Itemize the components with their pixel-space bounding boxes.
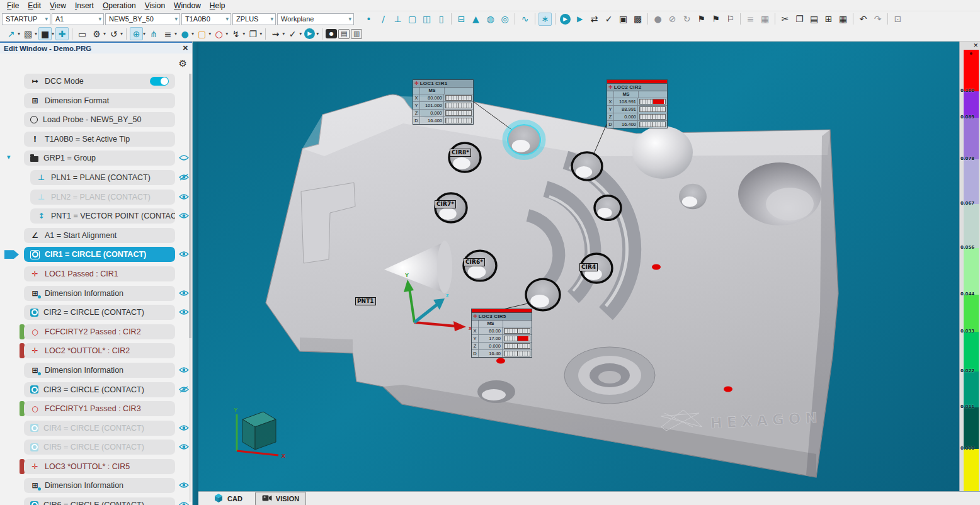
chevron-down-icon[interactable]: ▾ [191,31,194,37]
chevron-down-icon[interactable]: ▾ [299,31,302,37]
path-lines-icon[interactable]: ↯ [229,27,242,40]
loop-icon[interactable]: ⇄ [588,13,601,26]
round-slot-icon[interactable]: ◫ [420,13,433,26]
orientation-cube[interactable]: Y X [234,407,285,459]
no-stop-icon[interactable]: ⊘ [666,13,679,26]
eye-icon[interactable] [178,423,189,433]
chevron-down-icon[interactable]: ▾ [316,31,319,37]
stop-icon[interactable]: ● [651,13,664,26]
command-item[interactable]: GRP1 = Group [24,150,175,166]
doc-check-icon[interactable]: ▣ [617,13,630,26]
auto-feature-icon[interactable]: ∗ [538,13,552,26]
chevron-down-icon[interactable]: ▾ [174,31,177,37]
command-item[interactable]: !T1A0B0 = Set Active Tip [24,132,175,147]
line-icon[interactable]: / [377,13,390,26]
command-item[interactable]: CIR6 = CIRCLE (CONTACT) [24,497,175,505]
eye-icon[interactable] [178,442,189,451]
chevron-down-icon[interactable]: ▾ [225,31,228,37]
command-item[interactable]: ⊞Dimension Information [24,363,175,378]
loc3-callout[interactable]: ✛LOC3 CIR5MSX80.00Y17.00Z0.000D16.40 [471,309,532,358]
path-gear-icon[interactable]: ⇝ [269,27,282,40]
paste-special-icon[interactable]: ⊞ [822,13,835,26]
report-list-icon[interactable]: ≡ [744,13,757,26]
cylinder-icon[interactable]: ⊟ [455,13,468,26]
loc1-callout[interactable]: ✛LOC1 CIR1MSX80.000Y101.000Z0.000D16.400 [413,79,474,125]
eye-icon[interactable] [178,365,189,375]
menu-file[interactable]: File [3,1,23,11]
view-orientation-icon[interactable]: ↗ [4,27,18,40]
command-item[interactable]: CIR4 = CIRCLE (CONTACT) [24,421,175,436]
command-item[interactable]: Load Probe - NEW5_BY_50 [24,112,175,127]
eye-off-icon[interactable] [178,173,189,182]
wireframe-view-icon[interactable]: ▧ [21,27,35,40]
eye-icon[interactable] [178,500,189,505]
continue-icon[interactable]: ↻ [680,13,693,26]
execute-feature-icon[interactable]: ▶ [573,13,586,26]
command-item[interactable]: ∠A1 = Start Alignment [24,228,175,243]
eye-icon[interactable] [178,288,189,298]
menu-edit[interactable]: Edit [23,1,45,11]
torus-icon[interactable]: ◎ [498,13,511,26]
eye-icon[interactable] [178,249,189,259]
redo-icon[interactable]: ↷ [871,13,884,26]
eye-icon[interactable] [178,192,189,201]
circle-select-icon[interactable]: ○ [212,27,225,40]
cone-icon[interactable]: ▲ [469,13,482,26]
sidebar-scrollbar[interactable] [189,74,191,502]
square-slot-icon[interactable]: ▯ [435,13,448,26]
chevron-down-icon[interactable]: ▾ [18,31,20,37]
clearance-icon[interactable]: ❐ [246,27,259,40]
chevron-down-icon[interactable]: ▾ [270,16,273,22]
menu-help[interactable]: Help [205,1,230,11]
settings-gears-icon[interactable]: ⚙ [90,27,103,40]
menu-vision[interactable]: Vision [140,1,169,11]
command-item[interactable]: ○FCFCIRTY1 Passed : CIR3 [24,401,175,416]
chevron-down-icon[interactable]: ▾ [225,16,229,22]
command-item[interactable]: ↕PNT1 = VECTOR POINT (CONTAC [30,208,175,224]
chevron-down-icon[interactable]: ▾ [348,16,351,22]
workplane-label-combo[interactable]: Workplane▾ [277,13,354,25]
pan-icon[interactable]: ✚ [55,27,69,40]
box-select-icon[interactable]: ▢ [195,27,208,40]
menu-operation[interactable]: Operation [98,1,140,11]
eye-icon[interactable] [178,307,189,317]
copy-icon[interactable]: ❐ [793,13,806,26]
command-item[interactable]: CIR5 = CIRCLE (CONTACT) [24,440,175,455]
chevron-down-icon[interactable]: ▾ [52,31,54,37]
annotation-icon[interactable]: ▭ [76,27,89,40]
tab-cad[interactable]: CAD [207,492,249,505]
feature-list-icon[interactable]: ≡ [161,27,174,40]
command-item[interactable]: ⊥PLN1 = PLANE (CONTACT) [30,170,175,185]
tip-combo[interactable]: T1A0B0▾ [181,13,231,25]
menu-view[interactable]: View [45,1,71,11]
chevron-down-icon[interactable]: ▾ [7,153,11,161]
eye-off-icon[interactable] [178,385,189,394]
plane-icon[interactable]: ⊥ [391,13,404,26]
doc-skip-icon[interactable]: ▩ [631,13,644,26]
command-item[interactable]: CIR3 = CIRCLE (CONTACT) [24,382,175,397]
sphere-icon[interactable]: ◍ [484,13,497,26]
command-item[interactable]: CIR2 = CIRCLE (CONTACT) [24,305,175,320]
chevron-down-icon[interactable]: ▾ [242,31,245,37]
command-item[interactable]: ○FCFCIRTY2 Passed : CIR2 [24,324,175,339]
alignment-combo[interactable]: A1▾ [52,13,104,25]
rotate-view-icon[interactable]: ↺ [107,27,120,40]
command-item[interactable]: ✛LOC3 *OUTTOL* : CIR5 [24,459,175,474]
command-item[interactable]: ⊞Dimension Information [24,286,175,301]
bookmark-insert-icon[interactable]: ⚑ [709,13,722,26]
point-icon[interactable]: • [362,13,375,26]
paste-icon[interactable]: ▤ [807,13,821,26]
chevron-down-icon[interactable]: ▾ [120,31,123,37]
play-icon[interactable]: ▶ [304,28,315,39]
routine-combo[interactable]: STARTUP▾ [2,13,50,25]
chevron-down-icon[interactable]: ▾ [103,31,106,37]
undo-icon[interactable]: ↶ [857,13,870,26]
chevron-down-icon[interactable]: ▾ [45,16,48,22]
menu-window[interactable]: Window [169,1,205,11]
solid-view-icon[interactable]: ■ [38,27,52,40]
pattern-icon[interactable]: ▦ [836,13,850,26]
eye-icon[interactable] [178,153,189,162]
workplane-combo[interactable]: ZPLUS▾ [232,13,276,25]
chevron-down-icon[interactable]: ▾ [208,31,211,37]
circle-tool-icon[interactable]: ▢ [406,13,419,26]
